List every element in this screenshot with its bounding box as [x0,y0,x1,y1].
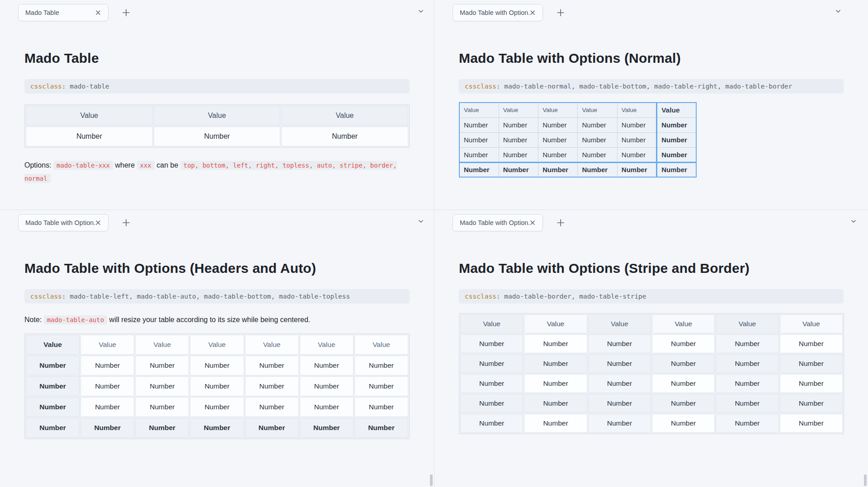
chevron-down-icon [417,7,425,15]
chevron-down-button[interactable] [417,7,425,15]
body-cell: Number [524,374,587,393]
pane-content: Mado Table cssclass: mado-table ValueVal… [0,51,434,185]
body-cell: Number [716,394,778,413]
options-lead: Options: [24,161,53,169]
body-cell: Number [135,418,189,438]
tab[interactable]: Mado Table [18,4,108,21]
body-cell: Number [588,354,651,373]
pane-bottom-right: Mado Table with Option... Mado Table wit… [434,210,868,487]
close-icon[interactable] [529,219,536,226]
body-cell: Number [190,376,244,396]
inline-code-pattern: mado-table-xxx [53,161,113,170]
pane-content: Mado Table with Options (Headers and Aut… [0,261,434,439]
header-cell: Value [578,103,617,117]
table-row: NumberNumberNumberNumberNumberNumber [459,162,696,177]
body-cell: Number [190,418,244,438]
tab[interactable]: Mado Table with Option... [453,4,543,21]
chevron-down-button[interactable] [417,217,425,225]
body-cell: Number [190,397,244,417]
tab[interactable]: Mado Table with Option... [18,214,108,231]
header-cell: Value [459,103,499,117]
new-tab-button[interactable] [554,216,567,229]
cssclass-key: cssclass [30,293,62,300]
chevron-down-button[interactable] [849,217,858,225]
body-cell: Number [245,418,299,438]
page-title: Mado Table with Options (Headers and Aut… [24,261,410,276]
note-paragraph: Note: mado-table-auto will resize your t… [24,314,410,327]
header-cell: Value [460,314,523,333]
body-cell: Number [524,414,587,433]
plus-icon [556,8,565,17]
cssclass-value: : mado-table-border, mado-table-stripe [496,293,646,300]
close-icon[interactable] [529,9,536,16]
cssclass-key: cssclass [30,83,62,90]
body-cell: Number [780,394,843,413]
body-cell: Number [652,394,715,413]
body-cell: Number [499,162,538,177]
new-tab-button[interactable] [120,216,132,229]
body-cell: Number [354,356,408,375]
page-title: Mado Table with Options (Stripe and Bord… [459,261,844,276]
tab[interactable]: Mado Table with Option... [453,214,543,231]
body-cell: Number [716,374,778,393]
body-cell: Number [652,354,715,373]
table-row: NumberNumberNumber [26,126,408,146]
body-cell: Number [538,162,578,177]
table-row: NumberNumberNumberNumberNumberNumber [460,334,843,353]
body-cell: Number [354,418,408,438]
body-cell: Number [780,414,843,433]
body-cell: Number [716,414,778,433]
body-cell: Number [300,356,354,375]
body-cell: Number [780,374,843,393]
close-icon[interactable] [94,9,102,16]
table-row: NumberNumberNumberNumberNumberNumber [460,394,843,413]
mado-table-stripe-border: ValueValueValueValueValueValueNumberNumb… [459,313,844,434]
tab-bar: Mado Table [0,0,434,23]
body-cell: Number [578,162,617,177]
table-row: NumberNumberNumberNumberNumberNumber [459,132,696,147]
cssclass-key: cssclass [465,83,496,90]
new-tab-button[interactable] [554,6,567,19]
cssclass-value: : mado-table-normal, mado-table-bottom, … [496,83,793,90]
body-cell: Number [652,334,715,353]
chevron-down-icon [417,217,425,225]
plus-icon [556,218,565,227]
scrollbar-thumb[interactable] [430,474,433,486]
body-cell: Number [281,126,408,146]
page-title: Mado Table [24,51,410,66]
body-cell: Number [617,162,656,177]
header-cell: Value [499,103,538,117]
note-rest: will resize your table according to its … [107,316,310,323]
body-cell: Number [300,397,354,417]
header-cell: Value [354,335,408,355]
header-cell: Value [26,106,153,126]
body-cell: Number [617,117,656,132]
new-tab-button[interactable] [120,6,132,19]
header-cell: Value [154,106,281,126]
body-cell: Number [524,334,587,353]
table-row: NumberNumberNumberNumberNumberNumber [459,147,696,162]
cssclass-codeblock: cssclass: mado-table-left, mado-table-au… [24,289,410,304]
chevron-down-button[interactable] [834,7,842,15]
body-cell: Number [538,117,578,132]
table-row: NumberNumberNumberNumberNumberNumberNumb… [26,376,408,396]
body-cell: Number [657,162,696,177]
body-cell: Number [578,147,617,162]
scrollbar-thumb[interactable] [864,474,867,486]
cssclass-codeblock: cssclass: mado-table-normal, mado-table-… [459,79,844,94]
options-mid1: where [113,161,137,169]
body-cell: Number [617,132,656,147]
close-icon[interactable] [95,219,102,226]
body-cell: Number [460,414,523,433]
page-title: Mado Table with Options (Normal) [459,51,844,66]
body-cell: Number [300,418,354,438]
body-cell: Number [245,397,299,417]
body-cell: Number [80,376,134,396]
body-cell: Number [538,132,578,147]
cssclass-key: cssclass [465,293,496,300]
body-cell: Number [657,147,696,162]
body-cell: Number [80,397,134,417]
tab-bar: Mado Table with Option... [434,210,868,234]
body-cell: Number [617,147,656,162]
pane-top-right: Mado Table with Option... Mado Table wit… [434,0,868,210]
